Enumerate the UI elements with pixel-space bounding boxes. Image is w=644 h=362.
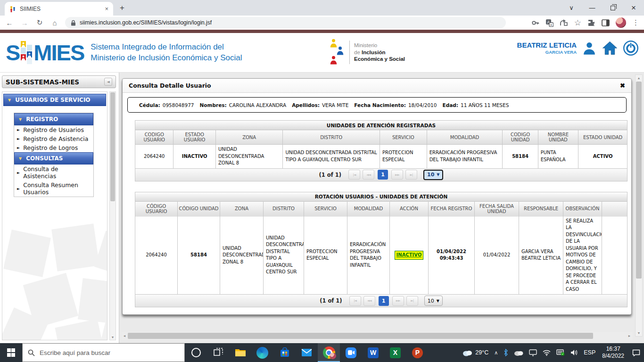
onedrive-tray-icon[interactable] (511, 343, 526, 362)
scroll-right-icon[interactable]: ► (626, 334, 633, 337)
cell-nombre-unidad: PUNTA ESPAÑOLA (538, 145, 578, 169)
scroll-left-icon[interactable]: ◄ (121, 334, 128, 337)
scroll-down-icon[interactable]: ▼ (636, 331, 642, 335)
tab-close-icon[interactable]: × (105, 5, 108, 12)
sidebar-collapse-button[interactable]: ◄ (104, 78, 112, 86)
file-explorer-button[interactable] (229, 343, 251, 362)
extensions-puzzle-icon[interactable] (587, 19, 595, 27)
table2-clip-wrapper: CÓDIGO USUARIO CÓDIGO UNIDAD ZONA DISTRI… (135, 201, 627, 295)
sidebar-scrollbar[interactable]: ▼ (109, 91, 116, 340)
tray-overflow-chevron[interactable]: ∧ (491, 343, 501, 362)
window-minimize-button[interactable]: — (582, 0, 603, 16)
mail-icon (301, 348, 312, 357)
start-button[interactable] (0, 343, 22, 362)
tab-search-icon[interactable]: ∨ (561, 0, 582, 16)
mail-button[interactable] (296, 343, 318, 362)
column-header: ZONA (220, 201, 264, 216)
page-size-select[interactable]: 10 ▼ (424, 296, 443, 306)
restore-icon (611, 6, 615, 10)
weather-widget[interactable]: 29°C (459, 343, 491, 362)
nombres-label: Nombres: (200, 102, 227, 108)
browser-tab[interactable]: SIIMIES × (5, 2, 113, 16)
url-bar[interactable]: siimies.inclusion.gob.ec/SIIMIES/vistas/… (65, 17, 506, 28)
translate-icon[interactable]: A a (545, 19, 553, 27)
bookmark-star-icon[interactable]: ☆ (574, 18, 581, 28)
wifi-tray-icon[interactable] (540, 343, 553, 362)
sidebar-item-registro-de-usuarios[interactable]: ► Registro de Usuarios (14, 125, 93, 134)
scroll-up-icon[interactable]: ▲ (636, 76, 642, 80)
browser-menu-icon[interactable]: ⋮ (632, 18, 639, 27)
excel-button[interactable]: X (384, 343, 406, 362)
last-page-button[interactable]: ►| (406, 296, 418, 306)
sidebar-item-registro-de-asistencia[interactable]: ► Registro de Asistencia (14, 134, 93, 143)
powerpoint-button[interactable]: P (406, 343, 429, 362)
chrome-button[interactable] (318, 343, 340, 362)
sidebar-item-consulta-de-asistencias[interactable]: ► Consulta de Asistencias (14, 165, 93, 181)
profile-avatar[interactable] (616, 17, 626, 28)
bluetooth-tray-icon[interactable] (501, 343, 511, 362)
zoom-icon (346, 347, 356, 358)
forward-icon[interactable]: → (20, 19, 29, 27)
close-icon[interactable]: ✖ (620, 82, 625, 89)
cortana-button[interactable] (185, 343, 207, 362)
horizontal-scrollbar[interactable]: ◄ ► (121, 332, 633, 340)
last-page-button[interactable]: ►| (405, 170, 417, 180)
word-button[interactable]: W (362, 343, 384, 362)
next-page-button[interactable]: ►► (392, 296, 404, 306)
page-size-select[interactable]: 10 ▼ (423, 170, 443, 180)
taskbar-clock[interactable]: 16:37 8/4/2022 (598, 346, 628, 360)
language-indicator[interactable]: ESP (581, 343, 598, 362)
current-page-button[interactable]: 1 (378, 170, 388, 180)
item-arrow-icon: ► (17, 128, 20, 132)
share-icon[interactable] (560, 19, 568, 26)
logo-people-grid-icon (21, 41, 32, 64)
current-page-button[interactable]: 1 (379, 296, 389, 306)
taskbar-search[interactable] (22, 343, 185, 362)
window-restore-button[interactable] (603, 0, 623, 16)
windows-logo-icon (7, 348, 16, 357)
side-panel-icon[interactable] (602, 19, 610, 26)
scrollbar-thumb[interactable] (636, 82, 642, 279)
user-last-names: GARCIA VERA (517, 50, 577, 55)
logout-power-icon[interactable] (623, 41, 638, 56)
sidebar-section-registro[interactable]: ▼ REGISTRO (14, 113, 93, 125)
window-close-button[interactable]: × (623, 0, 644, 16)
sidebar-item-usuarios-de-servicio[interactable]: ▼ USUARIOS DE SERVICIO (3, 94, 106, 106)
scrollbar-thumb[interactable] (110, 92, 115, 201)
column-header: CÓDIGO USUARIO (135, 201, 178, 216)
scrollbar-thumb[interactable] (128, 333, 593, 339)
home-button-icon[interactable] (602, 41, 618, 55)
first-page-button[interactable]: |◄ (348, 170, 360, 180)
vertical-scrollbar[interactable]: ▲ ▼ (635, 74, 643, 337)
ministry-logo: Ministerio de Inclusión Económica y Soci… (330, 39, 405, 66)
first-page-button[interactable]: |◄ (349, 296, 361, 306)
cell-distrito: UNIDAD DESCONCENTRADA DISTRITAL TIPO A G… (283, 145, 380, 169)
security-shield-tray-icon[interactable] (553, 343, 568, 362)
new-tab-button[interactable]: + (120, 3, 124, 13)
prev-page-button[interactable]: ◄◄ (363, 170, 374, 180)
sidebar-item-consulta-resumen-usuarios[interactable]: ► Consulta Resumen Usuarios (14, 181, 93, 197)
volume-tray-icon[interactable] (568, 343, 581, 362)
sidebar-section-consultas[interactable]: ▼ CONSULTAS (14, 152, 93, 165)
column-header: MODALIDAD (347, 201, 390, 216)
fecha-nacimiento-label: Fecha Nacimiento: (354, 102, 406, 108)
prev-page-button[interactable]: ◄◄ (363, 296, 375, 306)
task-view-button[interactable] (207, 343, 229, 362)
password-key-icon[interactable] (531, 19, 539, 27)
back-icon[interactable]: ← (5, 19, 14, 27)
sidebar-item-registro-de-logros[interactable]: ► Registro de Logros (14, 143, 93, 152)
home-icon[interactable]: ⌂ (50, 19, 59, 27)
action-center-button[interactable] (628, 343, 644, 362)
reload-icon[interactable]: ↻ (35, 18, 44, 27)
zoom-button[interactable] (340, 343, 362, 362)
scroll-down-icon[interactable]: ▼ (110, 336, 116, 339)
task-view-icon (214, 348, 223, 357)
user-profile-icon[interactable] (582, 41, 596, 55)
next-page-button[interactable]: ►► (391, 170, 403, 180)
unidades-atencion-table: CODIGO USUARIO ESTADO USUARIO ZONA DISTR… (135, 130, 627, 169)
edge-button[interactable] (251, 343, 273, 362)
microsoft-store-button[interactable] (273, 343, 296, 362)
cast-tray-icon[interactable] (526, 343, 540, 362)
edad-value: 11 AÑOS 11 MESES (461, 102, 509, 108)
search-input[interactable] (40, 349, 157, 356)
